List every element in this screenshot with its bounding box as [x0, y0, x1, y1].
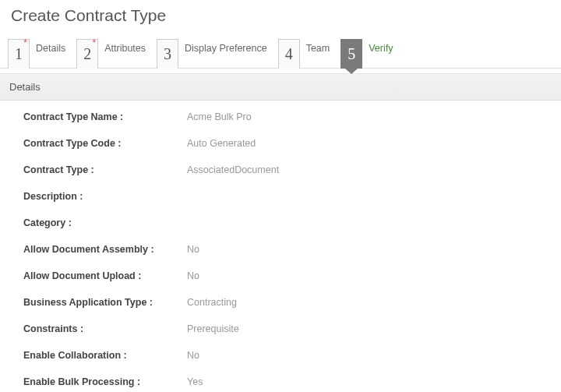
field-business-application-type: Business Application Type : Contracting: [23, 297, 561, 308]
page-title: Create Contract Type: [0, 0, 561, 36]
field-allow-document-assembly: Allow Document Assembly : No: [23, 244, 561, 255]
field-value: Acme Bulk Pro: [187, 111, 252, 122]
field-enable-collaboration: Enable Collaboration : No: [23, 350, 561, 361]
step-number: 2 *: [76, 39, 98, 69]
field-value: No: [187, 350, 199, 361]
field-value: Auto Generated: [187, 138, 256, 149]
field-value: Prerequisite: [187, 323, 239, 334]
field-label: Description :: [23, 191, 187, 202]
field-label: Category :: [23, 217, 187, 228]
field-contract-type-name: Contract Type Name : Acme Bulk Pro: [23, 111, 561, 122]
step-label: Display Preference: [183, 43, 272, 62]
field-category: Category :: [23, 217, 561, 228]
field-value: AssociatedDocument: [187, 164, 279, 175]
field-description: Description :: [23, 191, 561, 202]
details-body: Contract Type Name : Acme Bulk Pro Contr…: [0, 101, 561, 387]
step-number: 5: [340, 39, 362, 69]
field-label: Contract Type :: [23, 164, 187, 175]
required-icon: *: [93, 38, 97, 48]
step-number-text: 3: [164, 45, 171, 63]
field-allow-document-upload: Allow Document Upload : No: [23, 270, 561, 281]
field-value: Contracting: [187, 297, 237, 308]
required-icon: *: [23, 38, 27, 48]
field-label: Allow Document Upload :: [23, 270, 187, 281]
field-label: Business Application Type :: [23, 297, 187, 308]
step-details[interactable]: 1 * Details: [8, 36, 76, 68]
chevron-down-icon: [345, 69, 358, 74]
field-value: No: [187, 244, 199, 255]
step-number-text: 5: [348, 45, 355, 63]
field-contract-type-code: Contract Type Code : Auto Generated: [23, 138, 561, 149]
field-value: No: [187, 270, 199, 281]
step-verify[interactable]: 5 Verify: [340, 36, 404, 68]
field-label: Contract Type Code :: [23, 138, 187, 149]
step-label: Details: [34, 43, 70, 62]
step-number-text: 1: [15, 45, 23, 63]
step-label: Verify: [367, 43, 397, 62]
field-label: Contract Type Name :: [23, 111, 187, 122]
step-number-text: 4: [285, 45, 293, 63]
field-constraints: Constraints : Prerequisite: [23, 323, 561, 334]
field-label: Constraints :: [23, 323, 187, 334]
field-contract-type: Contract Type : AssociatedDocument: [23, 164, 561, 175]
field-label: Enable Collaboration :: [23, 350, 187, 361]
details-section-header: Details: [0, 73, 561, 101]
step-display-preference[interactable]: 3 Display Preference: [157, 36, 278, 68]
wizard-steps: 1 * Details 2 * Attributes 3 Display Pre…: [0, 36, 561, 69]
step-attributes[interactable]: 2 * Attributes: [76, 36, 157, 68]
step-number-text: 2: [83, 45, 91, 63]
field-label: Enable Bulk Processing :: [23, 376, 187, 387]
step-label: Team: [305, 43, 335, 62]
step-label: Attributes: [103, 43, 150, 62]
step-team[interactable]: 4 Team: [278, 36, 341, 68]
step-number: 3: [157, 39, 178, 69]
step-number: 4: [278, 39, 300, 69]
field-value: Yes: [187, 376, 203, 387]
field-label: Allow Document Assembly :: [23, 244, 187, 255]
field-enable-bulk-processing: Enable Bulk Processing : Yes: [23, 376, 561, 387]
step-number: 1 *: [8, 39, 30, 69]
